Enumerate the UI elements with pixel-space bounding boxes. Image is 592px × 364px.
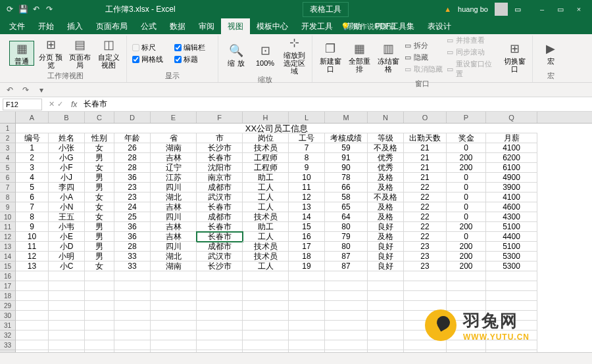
cell[interactable]: 16 xyxy=(289,232,325,242)
cell[interactable]: 助工 xyxy=(243,173,289,183)
cell[interactable]: 78 xyxy=(325,173,368,183)
cell[interactable]: 4900 xyxy=(486,173,537,183)
column-header[interactable]: O xyxy=(404,112,447,123)
cell[interactable]: 及格 xyxy=(368,173,404,183)
column-header[interactable]: Q xyxy=(486,112,537,123)
save-icon[interactable]: 💾 xyxy=(18,5,28,14)
maximize-button[interactable]: ▭ xyxy=(551,3,570,16)
cell[interactable] xyxy=(197,321,243,330)
cell[interactable]: 0 xyxy=(447,193,486,202)
cell[interactable]: 小A xyxy=(49,193,85,202)
cell[interactable] xyxy=(85,340,114,350)
cell[interactable]: 优秀 xyxy=(368,163,404,173)
cell[interactable]: 58 xyxy=(325,193,368,202)
cell[interactable]: 22 xyxy=(404,232,447,242)
cell[interactable]: 3900 xyxy=(486,183,537,193)
cell[interactable]: 3 xyxy=(16,163,49,173)
ruler-checkbox[interactable]: 标尺 xyxy=(132,43,170,53)
cell[interactable]: 年龄 xyxy=(114,133,151,143)
cell[interactable]: 工程师 xyxy=(243,163,289,173)
cell[interactable]: 21 xyxy=(404,173,447,183)
cell[interactable]: 成都市 xyxy=(197,183,243,193)
cell[interactable] xyxy=(151,301,197,311)
cell[interactable]: 小张 xyxy=(49,143,85,153)
cell[interactable] xyxy=(197,301,243,311)
row-header[interactable]: 11 xyxy=(0,222,16,232)
cell[interactable]: 省 xyxy=(151,133,197,143)
cell[interactable] xyxy=(289,321,325,330)
cell[interactable]: 工人 xyxy=(243,202,289,212)
split-button[interactable]: ▭ 拆分 xyxy=(405,41,443,51)
cell[interactable]: 长春市 xyxy=(197,222,243,232)
cell[interactable] xyxy=(486,271,537,281)
cell[interactable]: 辽宁 xyxy=(151,163,197,173)
cell[interactable]: 女 xyxy=(85,262,114,271)
cell[interactable]: 出勤天数 xyxy=(404,133,447,143)
row-header[interactable]: 6 xyxy=(0,173,16,183)
cell[interactable] xyxy=(85,311,114,321)
cell[interactable]: 200 xyxy=(447,153,486,163)
cell[interactable]: 23 xyxy=(404,262,447,271)
cell[interactable]: 成都市 xyxy=(197,212,243,222)
cell[interactable]: 23 xyxy=(114,193,151,202)
cell[interactable] xyxy=(114,321,151,330)
cell[interactable] xyxy=(85,281,114,291)
row-header[interactable]: 7 xyxy=(0,183,16,193)
cell[interactable] xyxy=(289,271,325,281)
cell[interactable] xyxy=(325,340,368,350)
cell[interactable]: 奖金 xyxy=(447,133,486,143)
cell[interactable] xyxy=(404,301,447,311)
cell[interactable] xyxy=(49,321,85,330)
cell[interactable] xyxy=(368,321,404,330)
cell[interactable] xyxy=(151,321,197,330)
cell[interactable]: 男 xyxy=(85,232,114,242)
cell[interactable] xyxy=(114,301,151,311)
cell[interactable] xyxy=(289,301,325,311)
cell[interactable]: 女 xyxy=(85,193,114,202)
row-header[interactable]: 4 xyxy=(0,153,16,163)
cell[interactable]: 小韦 xyxy=(49,222,85,232)
cell[interactable]: 5100 xyxy=(486,242,537,252)
row-header[interactable]: 30 xyxy=(0,311,16,321)
tab-dev[interactable]: 开发工具 xyxy=(295,18,339,35)
cell[interactable]: 武汉市 xyxy=(197,252,243,262)
cell[interactable]: 4600 xyxy=(486,202,537,212)
cell[interactable] xyxy=(197,291,243,301)
cell[interactable] xyxy=(486,291,537,301)
cell[interactable]: 33 xyxy=(114,252,151,262)
cell[interactable]: 22 xyxy=(404,193,447,202)
zoom-100-button[interactable]: ⊡100% xyxy=(253,43,278,67)
cell[interactable]: 10 xyxy=(289,173,325,183)
headings-checkbox[interactable]: 标题 xyxy=(174,55,212,64)
cell[interactable]: 7 xyxy=(16,202,49,212)
cell[interactable] xyxy=(325,311,368,321)
cell[interactable] xyxy=(243,311,289,321)
cell[interactable]: 长沙市 xyxy=(197,143,243,153)
cell[interactable]: 男 xyxy=(85,242,114,252)
cell[interactable]: 月薪 xyxy=(486,133,537,143)
cell[interactable] xyxy=(16,330,49,340)
cell[interactable] xyxy=(447,311,486,321)
cell[interactable]: 87 xyxy=(325,262,368,271)
tab-design[interactable]: 表设计 xyxy=(421,18,458,35)
cell[interactable] xyxy=(447,291,486,301)
cell[interactable]: 23 xyxy=(114,183,151,193)
cell[interactable] xyxy=(49,301,85,311)
cell[interactable]: 200 xyxy=(447,222,486,232)
cell[interactable]: 24 xyxy=(114,202,151,212)
cell[interactable]: 4100 xyxy=(486,193,537,202)
cell[interactable]: 36 xyxy=(114,232,151,242)
ribbon-options-icon[interactable]: ▭ xyxy=(514,5,521,14)
cell[interactable] xyxy=(151,281,197,291)
cell[interactable]: 女 xyxy=(85,212,114,222)
cell[interactable]: 0 xyxy=(447,173,486,183)
cell[interactable] xyxy=(16,281,49,291)
cell[interactable] xyxy=(151,311,197,321)
cell[interactable] xyxy=(447,330,486,340)
cell[interactable] xyxy=(289,340,325,350)
cell[interactable]: 21 xyxy=(404,163,447,173)
cell[interactable]: 28 xyxy=(114,153,151,163)
column-header[interactable]: L xyxy=(289,112,325,123)
cell[interactable]: 女 xyxy=(85,202,114,212)
sheet-tab-bar[interactable] xyxy=(0,352,592,364)
